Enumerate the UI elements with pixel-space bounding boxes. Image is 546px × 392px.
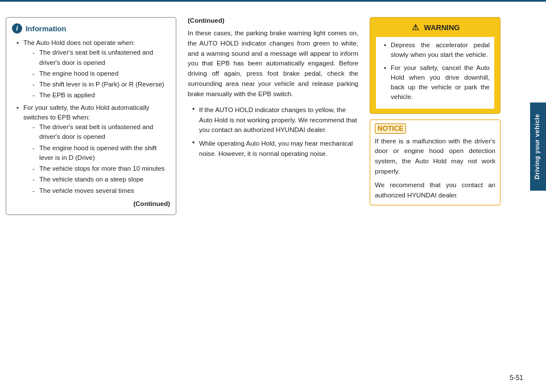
list-item: The driver's seat belt is unfastened and…: [32, 48, 170, 68]
list-item: The vehicle stops for more than 10 minut…: [32, 164, 170, 174]
notice-box: NOTICE If there is a malfunction with th…: [370, 119, 500, 206]
intro-paragraph: In these cases, the parking brake warnin…: [188, 28, 358, 100]
page-number: 5-51: [510, 374, 523, 382]
warning-title: ⚠ WARNING: [376, 22, 494, 32]
info-icon: i: [12, 23, 22, 34]
list-item: For your safety, the Auto Hold automatic…: [16, 103, 170, 196]
list-item: The engine hood is opened: [32, 69, 170, 79]
list-item: The driver's seat belt is unfastened and…: [32, 122, 170, 142]
list-item: The Auto Hold does not operate when: The…: [16, 38, 170, 101]
continued-label: (Continued): [188, 17, 358, 24]
warning-label: WARNING: [424, 23, 460, 32]
top-border: [0, 0, 546, 2]
sidebar-label: Driving your vehicle: [533, 114, 540, 179]
middle-column: (Continued) In these cases, the parking …: [182, 17, 364, 386]
info-content: The Auto Hold does not operate when: The…: [12, 38, 170, 209]
left-column: i Information The Auto Hold does not ope…: [6, 17, 182, 386]
information-box: i Information The Auto Hold does not ope…: [6, 17, 176, 215]
list-item: If the AUTO HOLD indicator changes to ye…: [192, 105, 358, 135]
list-item: For your safety, cancel the Auto Hold wh…: [384, 63, 490, 102]
list-item: The engine hood is opened with the shift…: [32, 143, 170, 163]
info-box-title: i Information: [12, 23, 170, 34]
right-column: ⚠ WARNING Depress the accelerator pedal …: [364, 17, 500, 386]
warning-icon: ⚠: [411, 22, 421, 32]
list-item: The vehicle stands on a steep slope: [32, 175, 170, 184]
continued-label-right: (Continued): [12, 199, 170, 209]
sidebar-tab: Driving your vehicle: [530, 102, 546, 191]
warning-content: Depress the accelerator pedal slowly whe…: [376, 37, 494, 109]
notice-content: If there is a malfunction with the drive…: [375, 137, 495, 201]
notice-title: NOTICE: [375, 123, 406, 134]
notice-paragraph-1: If there is a malfunction with the drive…: [375, 137, 495, 177]
warning-box: ⚠ WARNING Depress the accelerator pedal …: [370, 17, 500, 114]
list-item: The EPB is applied: [32, 90, 170, 100]
list-item: Depress the accelerator pedal slowly whe…: [384, 40, 490, 60]
list-item: The shift lever is in P (Park) or R (Rev…: [32, 80, 170, 89]
list-item: While operating Auto Hold, you may hear …: [192, 139, 358, 159]
list-item: The vehicle moves several times: [32, 186, 170, 196]
info-title-label: Information: [26, 24, 67, 33]
notice-paragraph-2: We recommend that you contact an authori…: [375, 180, 495, 201]
